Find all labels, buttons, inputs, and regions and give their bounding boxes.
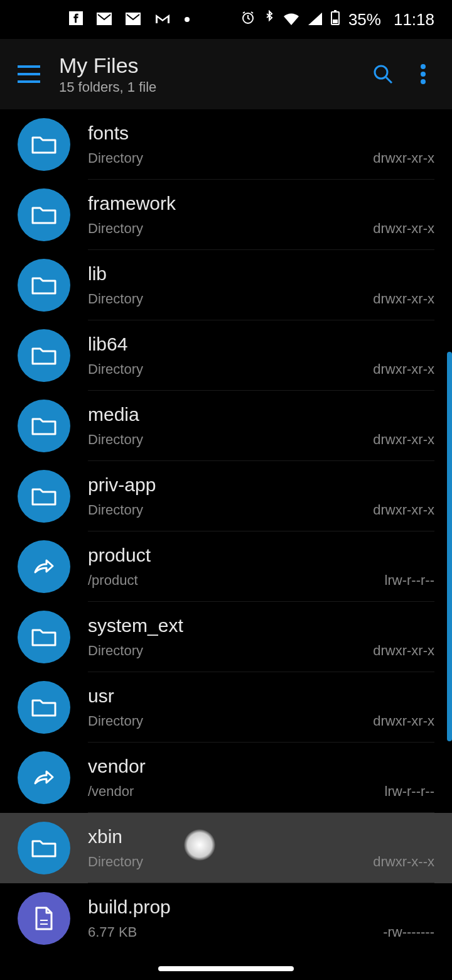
file-row[interactable]: xbinDirectorydrwxr-x--x xyxy=(0,813,452,883)
folder-icon xyxy=(18,329,70,382)
file-name: system_ext xyxy=(88,615,434,636)
page-subtitle: 15 folders, 1 file xyxy=(59,79,363,95)
file-subtitle: 6.77 KB xyxy=(88,924,137,940)
file-row-text: lib64Directorydrwxr-xr-x xyxy=(88,320,434,391)
battery-percentage: 35% xyxy=(348,10,381,30)
search-button[interactable] xyxy=(363,54,403,94)
file-name: lib xyxy=(88,263,434,285)
file-name: priv-app xyxy=(88,474,434,496)
file-row[interactable]: priv-appDirectorydrwxr-xr-x xyxy=(0,461,452,531)
file-subtitle: Directory xyxy=(88,361,143,378)
folder-icon xyxy=(18,118,70,171)
file-row-text: mediaDirectorydrwxr-xr-x xyxy=(88,391,434,461)
page-title: My Files xyxy=(59,53,363,78)
file-permissions: drwxr-xr-x xyxy=(373,361,434,378)
file-row[interactable]: mediaDirectorydrwxr-xr-x xyxy=(0,391,452,461)
status-notification-icons xyxy=(69,10,190,30)
file-subtitle: Directory xyxy=(88,150,143,166)
file-row-text: product/productlrw-r--r-- xyxy=(88,531,434,602)
folder-icon xyxy=(18,611,70,663)
folder-icon xyxy=(18,681,70,734)
file-permissions: lrw-r--r-- xyxy=(385,783,434,800)
file-name: xbin xyxy=(88,826,434,847)
file-meta: Directorydrwxr-xr-x xyxy=(88,643,434,659)
scrollbar-indicator[interactable] xyxy=(447,352,452,741)
file-subtitle: Directory xyxy=(88,220,143,237)
file-subtitle: /vendor xyxy=(88,783,134,800)
folder-icon xyxy=(18,822,70,874)
file-name: fonts xyxy=(88,122,434,144)
file-meta: Directorydrwxr-xr-x xyxy=(88,291,434,307)
file-subtitle: Directory xyxy=(88,432,143,448)
file-name: product xyxy=(88,545,434,566)
header-title-block: My Files 15 folders, 1 file xyxy=(59,53,363,95)
file-meta: /productlrw-r--r-- xyxy=(88,572,434,589)
cellular-signal-icon xyxy=(308,10,322,30)
status-bar: 35% 11:18 xyxy=(0,0,452,39)
file-list[interactable]: fontsDirectorydrwxr-xr-xframeworkDirecto… xyxy=(0,109,452,954)
file-name: media xyxy=(88,404,434,425)
file-permissions: drwxr-xr-x xyxy=(373,291,434,307)
bluetooth-icon xyxy=(264,10,274,30)
link-icon xyxy=(18,540,70,593)
file-row[interactable]: frameworkDirectorydrwxr-xr-x xyxy=(0,180,452,250)
file-name: usr xyxy=(88,685,434,707)
mail-icon xyxy=(97,10,112,30)
app-header: My Files 15 folders, 1 file xyxy=(0,39,452,109)
hamburger-menu-button[interactable] xyxy=(9,54,49,94)
file-meta: /vendorlrw-r--r-- xyxy=(88,783,434,800)
file-icon xyxy=(18,892,70,945)
file-permissions: drwxr-xr-x xyxy=(373,432,434,448)
status-system-icons: 35% 11:18 xyxy=(240,10,434,30)
file-permissions: drwxr-xr-x xyxy=(373,502,434,518)
file-subtitle: Directory xyxy=(88,291,143,307)
folder-icon xyxy=(18,470,70,523)
file-meta: Directorydrwxr-xr-x xyxy=(88,220,434,237)
file-row[interactable]: lib64Directorydrwxr-xr-x xyxy=(0,320,452,391)
file-meta: Directorydrwxr-xr-x xyxy=(88,713,434,729)
file-permissions: drwxr-xr-x xyxy=(373,713,434,729)
folder-icon xyxy=(18,259,70,312)
file-row-text: libDirectorydrwxr-xr-x xyxy=(88,250,434,320)
file-row[interactable]: vendor/vendorlrw-r--r-- xyxy=(0,743,452,813)
battery-icon xyxy=(331,10,340,30)
file-subtitle: Directory xyxy=(88,713,143,729)
svg-point-9 xyxy=(421,72,426,77)
file-row[interactable]: build.prop6.77 KB-rw------- xyxy=(0,883,452,954)
file-row[interactable]: system_extDirectorydrwxr-xr-x xyxy=(0,602,452,672)
more-options-button[interactable] xyxy=(403,54,443,94)
file-subtitle: Directory xyxy=(88,854,143,870)
file-permissions: drwxr-x--x xyxy=(373,854,434,870)
file-permissions: -rw------- xyxy=(383,924,434,940)
gmail-icon xyxy=(154,10,171,30)
wifi-icon xyxy=(283,10,299,30)
file-meta: Directorydrwxr-xr-x xyxy=(88,432,434,448)
file-row-text: system_extDirectorydrwxr-xr-x xyxy=(88,602,434,672)
folder-icon xyxy=(18,400,70,452)
alarm-icon xyxy=(240,10,256,30)
file-meta: Directorydrwxr-xr-x xyxy=(88,502,434,518)
file-row[interactable]: product/productlrw-r--r-- xyxy=(0,531,452,602)
file-row-text: priv-appDirectorydrwxr-xr-x xyxy=(88,461,434,531)
clock-time: 11:18 xyxy=(394,10,434,30)
file-row[interactable]: usrDirectorydrwxr-xr-x xyxy=(0,672,452,743)
file-permissions: drwxr-xr-x xyxy=(373,643,434,659)
file-row-text: usrDirectorydrwxr-xr-x xyxy=(88,672,434,743)
folder-icon xyxy=(18,188,70,241)
gesture-home-bar[interactable] xyxy=(158,966,294,971)
file-row-text: vendor/vendorlrw-r--r-- xyxy=(88,743,434,813)
file-row-text: frameworkDirectorydrwxr-xr-x xyxy=(88,180,434,250)
file-subtitle: Directory xyxy=(88,643,143,659)
file-permissions: drwxr-xr-x xyxy=(373,150,434,166)
more-notifications-dot xyxy=(185,17,190,22)
file-name: vendor xyxy=(88,756,434,777)
file-subtitle: Directory xyxy=(88,502,143,518)
file-row[interactable]: fontsDirectorydrwxr-xr-x xyxy=(0,109,452,180)
file-row-text: xbinDirectorydrwxr-x--x xyxy=(88,813,434,883)
file-row[interactable]: libDirectorydrwxr-xr-x xyxy=(0,250,452,320)
svg-point-10 xyxy=(421,79,426,84)
file-name: lib64 xyxy=(88,334,434,355)
file-meta: Directorydrwxr-xr-x xyxy=(88,361,434,378)
svg-rect-6 xyxy=(333,19,338,23)
svg-point-8 xyxy=(421,64,426,69)
